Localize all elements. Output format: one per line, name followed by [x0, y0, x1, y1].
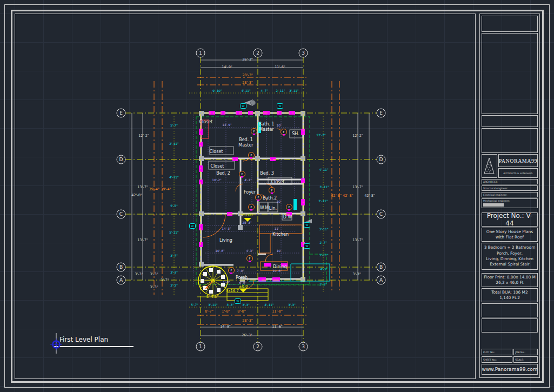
dim-label-white: 11'-6"	[272, 324, 283, 329]
title-block-blank-6	[482, 318, 538, 333]
dim-label-cyan: 2'-7"	[319, 241, 327, 244]
room-label: Lin.	[269, 206, 277, 211]
room-label: Bed. 2	[216, 171, 230, 176]
room-label: SH.	[292, 131, 299, 136]
room-label: Dining	[273, 264, 287, 269]
fixture-letter: F	[258, 196, 259, 199]
grid-bubble-label: 3	[302, 344, 305, 349]
room-label: Foyer	[244, 190, 256, 195]
grid-bubble-label: 2	[256, 344, 259, 349]
dim-label-purple: 10'	[277, 124, 282, 127]
wall-light-letter: W	[237, 300, 239, 303]
dim-label-cyan: 2'-11"	[318, 200, 328, 203]
title-block-blank-4	[482, 128, 538, 153]
dim-label-cyan: 3'-11"	[319, 254, 329, 257]
description-line3: Living, Dinning, Kitchen	[486, 256, 533, 262]
room-label: D.W	[283, 215, 292, 220]
grid-bubble-label: D	[379, 157, 383, 162]
level-label: ±0.0	[239, 284, 248, 289]
dim-label-cyan: 2'-11"	[276, 89, 285, 92]
dim-label-white: 42'-8"	[131, 193, 142, 197]
dim-label-cyan: 4'-11"	[319, 168, 329, 171]
fixture-tick	[230, 273, 232, 274]
wall-light-letter: W	[306, 244, 309, 248]
dim-label-purple: 1'-8"	[223, 281, 230, 284]
plan-title-label: First Level Plan	[59, 336, 108, 343]
fixture-tick	[288, 209, 290, 211]
brand-row: PANORAMA99 ArChiteCtS & enGineerS	[482, 154, 538, 178]
wall-light-letter: W	[242, 104, 245, 108]
level-label: ±0.00	[242, 213, 253, 217]
website: www.Panorama99.com	[482, 364, 538, 375]
total-bua-line1: Total BUA: 106 M2	[491, 290, 528, 295]
wall-light-letter: W	[306, 223, 309, 227]
dim-label-cyan: 5'-7"	[191, 303, 198, 307]
room-label: Bath. 1	[259, 122, 275, 127]
project-title: One Story House Plans with Flat Roof	[482, 228, 538, 242]
mechanical-engineer-field: Mechanical engineer:	[482, 198, 538, 208]
fixture-letter: F	[271, 189, 273, 192]
wall-light-letter: W	[279, 104, 282, 108]
fixture-letter: F	[249, 257, 251, 260]
dim-label-white: 14'-9"	[220, 324, 231, 329]
dim-label-purple: 7'-9"	[237, 269, 244, 273]
description-line1: 3 Bedroom + 2 Bathroom	[484, 245, 536, 250]
project-title-line1: One Story House Plans	[486, 229, 533, 235]
dim-label-purple: 10'	[277, 200, 282, 203]
plan-dynamic-layer: 112233EEDDCCBBAAClosetBath. 1MasterSH.Be…	[59, 49, 385, 351]
dim-label-purple: 10'	[277, 249, 282, 253]
floor-print-line2: 26,2 x 46,0 Ft	[496, 280, 523, 285]
room-label: Kitchen	[272, 232, 289, 237]
level-label: 5'-4.5"	[206, 295, 219, 299]
structural-engineer-field: Structural engineer:	[482, 185, 538, 191]
room-label: Closet	[210, 149, 223, 154]
room-label: W.M	[260, 205, 269, 210]
grid-bubble-label: C	[119, 211, 123, 217]
dim-label-orange: 39'-4" 39'-4"	[149, 187, 171, 191]
dim-label-purple: 10'-2"	[212, 178, 222, 182]
dim-label-cyan: 3'-11"	[208, 303, 218, 307]
scale-field: SCALE:	[513, 356, 538, 363]
wall-node-blocks	[199, 111, 305, 282]
dim-label-purple: 11'	[275, 227, 279, 230]
grid-bubble-label: E	[379, 110, 383, 116]
signature-swatch	[483, 203, 504, 207]
terrace-outline-cyan	[249, 122, 330, 281]
dim-label-white: 26'-3"	[242, 57, 253, 62]
room-label: Closet	[211, 164, 224, 169]
dim-label-purple: 14'-3"	[222, 227, 231, 230]
dim-label-white: 13'-7"	[352, 238, 363, 242]
dim-label-orange: 28'-3"	[242, 318, 253, 323]
dim-label-white: 14'-9"	[222, 65, 232, 69]
dim-label-cyan: 3'-7"	[170, 254, 178, 257]
grid-bubble-label: D	[119, 157, 123, 162]
dim-label-orange: 11'-8"	[272, 309, 283, 314]
grid-bubble-label: 1	[199, 344, 202, 349]
total-bua-line2: 1,140 Ft.2	[499, 295, 520, 301]
dim-label-orange: 28'-3"	[242, 73, 253, 77]
dim-label-purple: 10'-8"	[272, 269, 282, 273]
fixture-letter: F	[231, 269, 232, 272]
room-label: Porch	[236, 275, 248, 280]
plot-no-field: PLOT No.:	[482, 349, 512, 355]
dim-label-white: 3'-7"	[161, 278, 169, 282]
dim-label-cyan: 3'-3"	[170, 271, 178, 274]
dim-label-white: 12'-2"	[352, 134, 363, 138]
dim-label-purple: 14'-9"	[222, 123, 232, 127]
fixture-letter: F	[253, 130, 255, 133]
dim-label-white: 42'-8"	[364, 194, 375, 198]
title-block-blank-1	[482, 16, 538, 32]
cad-sheet: 112233EEDDCCBBAAClosetBath. 1MasterSH.Be…	[0, 0, 554, 392]
floor-print-line1: Floor Print: 8,00x 14,00 M	[484, 275, 536, 280]
dim-label-purple: 4'-1"	[244, 178, 252, 182]
electrical-engineer-field: Electrical engineer:	[482, 192, 538, 197]
dim-label-cyan: 4'-11"	[264, 303, 274, 307]
dim-label-cyan: 4'-3"	[320, 268, 328, 271]
description-line2: Porch, Foyer,	[497, 251, 523, 256]
drawing-canvas[interactable]: 112233EEDDCCBBAAClosetBath. 1MasterSH.Be…	[0, 0, 554, 392]
fixture-tick	[271, 192, 273, 194]
dim-label-white: 13'-7"	[137, 185, 148, 189]
architect-field: ARCHITECT:	[482, 179, 538, 184]
title-block-blank-5	[482, 303, 538, 317]
sheet-scale-row: SHEET No.: SCALE:	[482, 356, 538, 363]
